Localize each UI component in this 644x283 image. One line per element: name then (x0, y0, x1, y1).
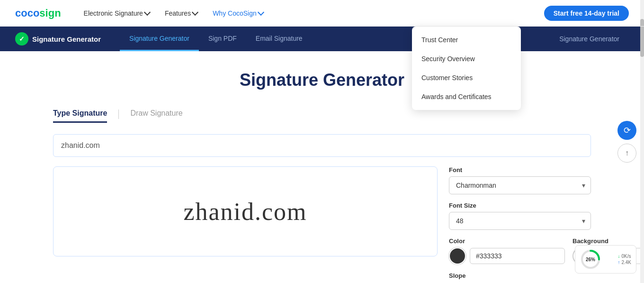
font-control: Font Charmonman ▾ (449, 166, 591, 194)
scroll-up-button[interactable]: ↑ (617, 144, 636, 163)
performance-widget: 26% ↓ 0K/s ↑ 2.4K (575, 245, 636, 274)
brand-text: Signature Generator (32, 35, 101, 43)
translate-button[interactable]: ⟳ (617, 121, 636, 140)
cpu-percent: 26% (586, 257, 595, 262)
tab-draw-signature[interactable]: Draw Signature (130, 105, 182, 123)
background-label: Background (572, 237, 644, 245)
arrow-down-icon: ↓ (617, 254, 620, 259)
font-label: Font (449, 166, 591, 173)
logo-coco: coco (15, 7, 39, 19)
color-swatch[interactable] (449, 247, 466, 265)
signature-canvas: zhanid.com (53, 166, 438, 256)
nav-why-cocosign[interactable]: Why CocoSign (213, 9, 263, 17)
brand-icon: ✓ (15, 32, 28, 46)
nav-features[interactable]: Features (165, 9, 197, 17)
tab-divider (118, 110, 119, 119)
font-size-select-wrap: 48 ▾ (449, 212, 591, 230)
font-select[interactable]: Charmonman (449, 176, 591, 194)
cpu-ring: 26% (580, 249, 601, 270)
why-cocosign-dropdown: Trust Center Security Overview Customer … (412, 27, 521, 110)
sec-nav-sign-pdf[interactable]: Sign PDF (199, 27, 246, 51)
sec-nav-email-signature[interactable]: Email Signature (246, 27, 312, 51)
right-controls: ⟳ ↑ (617, 121, 636, 163)
tab-type-signature[interactable]: Type Signature (53, 105, 107, 123)
slope-control: Slope (449, 272, 591, 279)
main-content: Signature Generator Type Signature Draw … (38, 51, 606, 283)
font-select-wrap: Charmonman ▾ (449, 176, 591, 194)
dropdown-awards-certificates[interactable]: Awards and Certificates (412, 87, 521, 106)
net-stats: ↓ 0K/s ↑ 2.4K (617, 254, 631, 265)
chevron-down-icon (258, 9, 264, 16)
font-size-select[interactable]: 48 (449, 212, 591, 230)
arrow-up-icon: ↑ (617, 260, 620, 265)
top-nav: cocosign Electronic Signature Features W… (0, 0, 644, 27)
scrollbar[interactable] (640, 0, 644, 283)
signature-controls: Font Charmonman ▾ Font Size 48 ▾ (449, 166, 591, 279)
chevron-down-icon (192, 9, 198, 16)
sec-nav-right-signature-generator[interactable]: Signature Generator (550, 27, 629, 51)
sec-nav-signature-generator[interactable]: Signature Generator (120, 27, 199, 51)
dropdown-trust-center[interactable]: Trust Center (412, 30, 521, 49)
nav-electronic-signature[interactable]: Electronic Signature (84, 9, 150, 17)
net-down-row: ↓ 0K/s (617, 254, 631, 259)
color-input[interactable] (470, 248, 565, 264)
logo-sign: sign (39, 7, 61, 19)
dropdown-security-overview[interactable]: Security Overview (412, 49, 521, 68)
color-label: Color (449, 237, 565, 245)
net-down-value: 0K/s (621, 254, 631, 259)
dropdown-customer-stories[interactable]: Customer Stories (412, 68, 521, 87)
nav-links: Electronic Signature Features Why CocoSi… (84, 9, 544, 17)
cta-button[interactable]: Start free 14-day trial (544, 6, 629, 21)
secondary-nav: ✓ Signature Generator Signature Generato… (0, 27, 644, 51)
signature-input[interactable] (53, 134, 591, 157)
color-row (449, 247, 565, 265)
chevron-down-icon (144, 9, 151, 16)
logo[interactable]: cocosign (15, 7, 61, 19)
translate-icon: ⟳ (624, 125, 631, 136)
brand-badge: ✓ Signature Generator (15, 32, 101, 46)
color-bg-row: Color Background (449, 237, 591, 265)
signature-area: zhanid.com Font Charmonman ▾ Font Size (53, 166, 591, 279)
font-size-control: Font Size 48 ▾ (449, 202, 591, 230)
slope-label: Slope (449, 272, 591, 279)
arrow-up-icon: ↑ (625, 149, 629, 157)
color-control: Color (449, 237, 565, 265)
signature-preview: zhanid.com (183, 198, 307, 226)
net-up-row: ↑ 2.4K (617, 260, 631, 265)
font-size-label: Font Size (449, 202, 591, 209)
net-up-value: 2.4K (621, 260, 631, 265)
